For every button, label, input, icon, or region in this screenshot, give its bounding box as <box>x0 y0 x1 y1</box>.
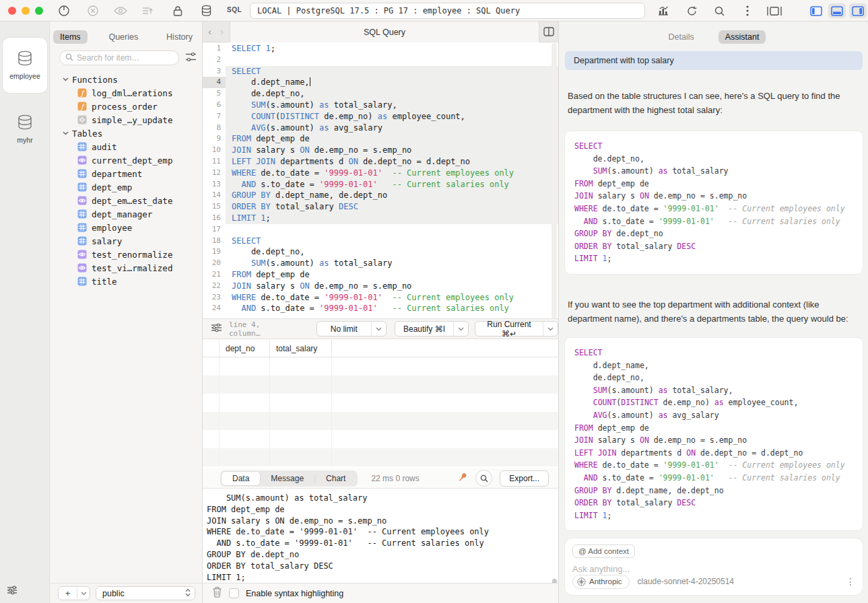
table-row[interactable] <box>203 430 558 448</box>
add-item-button[interactable]: + <box>58 586 90 600</box>
split-view-icon[interactable] <box>543 27 554 39</box>
item-search-input[interactable]: Search for item… <box>59 50 179 65</box>
toggle-bottom-panel-button[interactable] <box>828 3 846 18</box>
database-icon[interactable] <box>199 3 213 18</box>
run-current-button[interactable]: Run Current ⌘↵ <box>475 321 558 336</box>
composer-input[interactable]: Ask anything... <box>572 564 855 574</box>
add-context-button[interactable]: @ Add context <box>572 544 635 558</box>
assistant-code-line: SUM(s.amount) as total_salary, <box>574 384 853 397</box>
tree-item-simple-y-update[interactable]: simple_…y_update <box>51 113 202 127</box>
tab-assistant[interactable]: Assistant <box>719 30 766 44</box>
editor-settings-icon[interactable] <box>211 323 222 335</box>
tree-item-label: dept_emp <box>92 182 132 192</box>
assistant-composer[interactable]: @ Add context Ask anything... Anthropic … <box>565 538 863 595</box>
results-tab-data[interactable]: Data <box>222 472 260 485</box>
results-tab-message[interactable]: Message <box>260 472 314 485</box>
zoom-window-button[interactable] <box>35 7 43 15</box>
rail-settings-icon[interactable] <box>7 586 18 598</box>
back-icon[interactable]: ‹ <box>208 26 211 37</box>
tree-item-dept-em-est-date[interactable]: dept_em…est_date <box>51 194 202 207</box>
composer-menu-icon[interactable]: ⋮ <box>846 576 855 587</box>
function-gray-icon <box>77 115 87 125</box>
database-icon <box>16 50 34 67</box>
close-window-button[interactable] <box>8 7 16 15</box>
table-row[interactable] <box>203 448 558 466</box>
tree-item-process-order[interactable]: ƒprocess_order <box>51 100 202 113</box>
tree-item-audit[interactable]: audit <box>51 140 202 153</box>
toggle-right-panel-button[interactable] <box>849 3 867 18</box>
results-grid[interactable]: dept_no total_salary <box>203 340 558 468</box>
limit-dropdown[interactable]: No limit <box>316 321 387 336</box>
assistant-code-line: ORDER BY total_salary DESC <box>574 240 853 253</box>
tree-section-tables[interactable]: Tables <box>51 127 202 140</box>
table-icon <box>77 169 87 178</box>
lock-icon[interactable] <box>170 3 185 18</box>
commit-changes-icon[interactable] <box>140 3 155 18</box>
tree-item-log-dml-erations[interactable]: ƒlog_dml…erations <box>51 86 202 100</box>
refresh-icon[interactable] <box>684 3 699 18</box>
table-row[interactable] <box>203 357 558 376</box>
table-icon <box>77 277 87 286</box>
sql-editor[interactable]: 123456789101112131415161718192021222324 … <box>203 43 558 339</box>
sidebar-tabs: Items Queries History <box>53 30 199 44</box>
tree-item-label: dept_manager <box>92 209 152 219</box>
column-header-dept-no[interactable]: dept_no <box>220 340 270 357</box>
code-line: SUM(s.amount) as total_salary <box>232 258 558 269</box>
tree-item-employee[interactable]: employee <box>51 221 202 234</box>
table-row[interactable] <box>203 412 558 430</box>
assistant-code-line: SELECT <box>574 140 853 153</box>
search-icon[interactable] <box>712 3 727 18</box>
connection-icon[interactable] <box>57 3 71 18</box>
disconnect-icon[interactable] <box>86 3 100 18</box>
message-panel[interactable]: SUM(s.amount) as total_salaryFROM dept_e… <box>203 489 558 583</box>
tab-details[interactable]: Details <box>662 30 701 44</box>
tab-queries[interactable]: Queries <box>102 30 145 44</box>
tree-section-functions[interactable]: Functions <box>51 73 202 86</box>
pin-icon[interactable] <box>457 471 469 486</box>
line-number: 7 <box>203 111 226 122</box>
tree-item-salary[interactable]: salary <box>51 234 202 248</box>
tree-item-dept-emp[interactable]: dept_emp <box>51 180 202 194</box>
assistant-code-line: AND s.to_date = '9999-01-01' -- Current … <box>574 472 853 485</box>
code-line: de.dept_no, <box>226 88 558 100</box>
line-number: 23 <box>203 292 226 304</box>
editor-code[interactable]: SELECT 1;SELECT d.dept_name, de.dept_no,… <box>226 43 558 339</box>
chart-icon[interactable] <box>656 3 671 18</box>
more-options-icon[interactable] <box>740 3 755 18</box>
tab-items[interactable]: Items <box>53 30 88 44</box>
column-header-total-salary[interactable]: total_salary <box>270 340 332 357</box>
forward-icon[interactable]: › <box>220 26 224 37</box>
tree-item-department[interactable]: department <box>51 167 202 180</box>
tree-item-test-vi-rmalized[interactable]: test_vi…rmalized <box>51 261 202 275</box>
connection-employee[interactable]: employee <box>3 38 47 93</box>
conversation-title[interactable]: Department with top salary <box>565 51 863 70</box>
search-results-button[interactable] <box>475 470 492 487</box>
export-button[interactable]: Export... <box>500 470 549 487</box>
beautify-button[interactable]: Beautify ⌘I <box>395 321 469 336</box>
connection-myhr[interactable]: myhr <box>3 102 47 157</box>
results-tab-chart[interactable]: Chart <box>315 472 356 485</box>
minimize-window-button[interactable] <box>22 7 30 15</box>
toggle-left-panel-button[interactable] <box>807 3 825 18</box>
view-icon <box>77 196 87 205</box>
tree-item-current-dept-emp[interactable]: current_dept_emp <box>51 153 202 167</box>
assistant-code-block-1[interactable]: SELECT de.dept_no, SUM(s.amount) as tota… <box>565 131 863 274</box>
tree-item-dept-manager[interactable]: dept_manager <box>51 207 202 221</box>
syntax-highlighting-checkbox[interactable] <box>229 588 239 598</box>
editor-scrollbar[interactable] <box>552 43 557 339</box>
tree-item-title[interactable]: title <box>51 275 202 288</box>
editor-tab-title[interactable]: SQL Query <box>230 22 539 42</box>
trash-icon[interactable] <box>212 586 222 600</box>
table-row[interactable] <box>203 394 558 412</box>
table-row[interactable] <box>203 376 558 394</box>
line-number: 21 <box>203 269 226 281</box>
code-line: WHERE de.to_date = '9999-01-01' -- Curre… <box>226 168 558 179</box>
filter-icon[interactable] <box>185 52 197 65</box>
tree-item-test-renormalize[interactable]: test_renormalize <box>51 248 202 261</box>
preview-eye-icon[interactable] <box>113 3 128 18</box>
provider-select[interactable]: Anthropic <box>572 575 630 589</box>
center-layout-icon[interactable] <box>767 3 782 18</box>
assistant-code-block-2[interactable]: SELECT d.dept_name, de.dept_no, SUM(s.am… <box>565 338 863 530</box>
schema-select[interactable]: public <box>96 586 195 600</box>
tab-history[interactable]: History <box>160 30 199 44</box>
